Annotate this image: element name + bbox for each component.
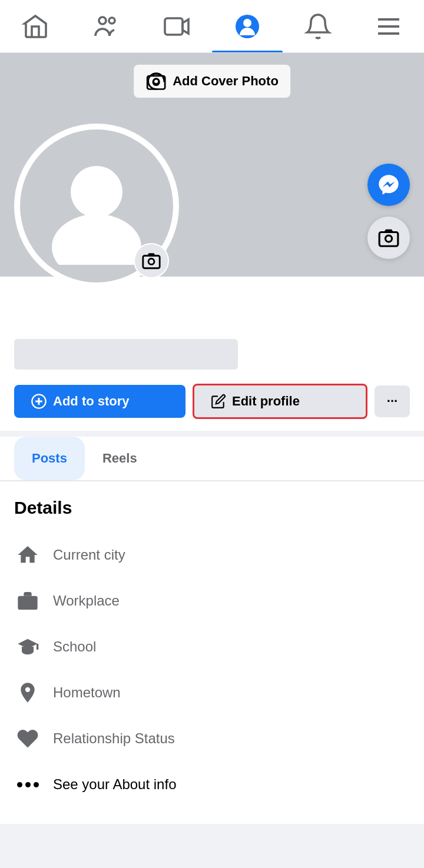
add-cover-photo-button[interactable]: Add Cover Photo: [134, 65, 290, 98]
nav-video[interactable]: [141, 0, 212, 52]
graduation-icon: [14, 633, 41, 660]
svg-rect-2: [165, 18, 183, 35]
cover-camera-button[interactable]: [367, 217, 410, 259]
home-icon: [14, 541, 41, 568]
profile-info-section: Add to story Edit profile ···: [0, 277, 424, 431]
svg-point-1: [109, 18, 115, 24]
profile-camera-button[interactable]: [134, 243, 169, 278]
more-label: ···: [387, 394, 398, 409]
briefcase-icon: [14, 587, 41, 614]
add-to-story-button[interactable]: Add to story: [14, 385, 186, 418]
school-text: School: [53, 638, 96, 655]
top-navigation: [0, 0, 424, 53]
relationship-text: Relationship Status: [53, 730, 175, 747]
current-city-text: Current city: [53, 547, 125, 563]
hometown-text: Hometown: [53, 684, 121, 701]
svg-point-16: [148, 258, 154, 264]
detail-current-city[interactable]: Current city: [14, 532, 410, 578]
svg-rect-15: [143, 256, 160, 268]
svg-point-13: [71, 166, 122, 218]
detail-relationship[interactable]: Relationship Status: [14, 716, 410, 761]
tab-posts-label: Posts: [32, 451, 67, 465]
nav-friends[interactable]: [71, 0, 141, 52]
nav-menu[interactable]: [353, 0, 424, 52]
svg-point-14: [52, 214, 141, 265]
dots-icon: [14, 771, 41, 798]
svg-rect-11: [379, 232, 398, 247]
messenger-button[interactable]: [367, 164, 410, 206]
tab-reels-label: Reels: [102, 451, 137, 465]
about-info-text: See your About info: [53, 776, 176, 793]
tabs-row: Posts Reels: [14, 437, 410, 480]
detail-workplace[interactable]: Workplace: [14, 578, 410, 624]
section-divider: [0, 431, 424, 437]
edit-profile-button[interactable]: Edit profile: [193, 384, 367, 419]
add-story-label: Add to story: [53, 394, 130, 409]
more-options-button[interactable]: ···: [375, 385, 410, 417]
add-cover-label: Add Cover Photo: [173, 74, 279, 89]
edit-profile-label: Edit profile: [232, 394, 300, 409]
nav-notifications[interactable]: [283, 0, 353, 52]
nav-profile[interactable]: [212, 0, 283, 52]
detail-about-info[interactable]: See your About info: [14, 761, 410, 807]
heart-icon: [14, 725, 41, 752]
tab-posts[interactable]: Posts: [14, 437, 85, 480]
location-icon: [14, 679, 41, 706]
cover-photo-area: Add Cover Photo: [0, 53, 424, 277]
details-section: Details Current city Workplace: [0, 481, 424, 824]
detail-hometown[interactable]: Hometown: [14, 670, 410, 716]
tab-reels[interactable]: Reels: [85, 437, 155, 480]
svg-rect-20: [18, 596, 37, 610]
svg-point-12: [385, 235, 392, 242]
detail-school[interactable]: School: [14, 624, 410, 670]
name-placeholder: [14, 339, 238, 370]
profile-picture-circle: [14, 124, 179, 288]
action-buttons-row: Add to story Edit profile ···: [14, 384, 410, 419]
profile-tabs: Posts Reels: [0, 437, 424, 481]
svg-point-0: [99, 17, 106, 24]
workplace-text: Workplace: [53, 593, 120, 609]
svg-point-4: [243, 19, 251, 27]
details-title: Details: [14, 498, 410, 518]
profile-picture-area: [14, 124, 179, 288]
nav-home[interactable]: [0, 0, 71, 52]
